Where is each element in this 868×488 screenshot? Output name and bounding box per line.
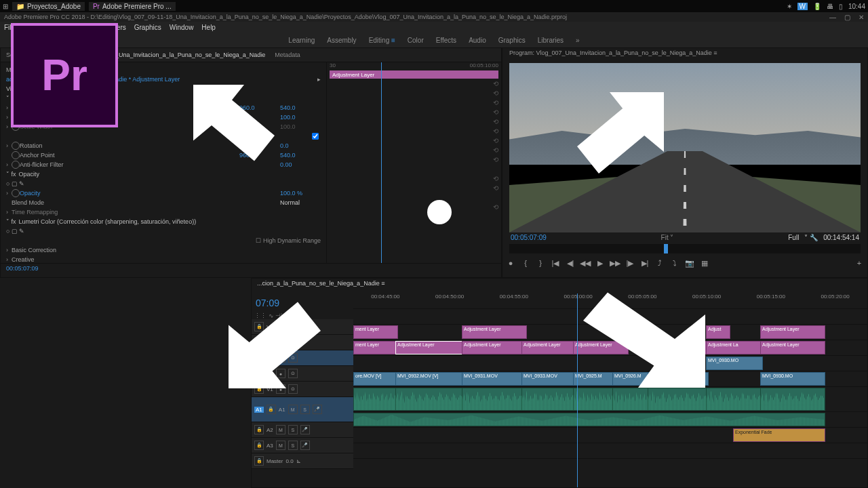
hdr-checkbox-label[interactable]: High Dynamic Range bbox=[263, 237, 321, 244]
clip-video[interactable]: ore.MOV [V] bbox=[353, 372, 398, 386]
workspace-overflow[interactable]: » bbox=[576, 37, 580, 44]
arrow-overlay-se bbox=[556, 278, 732, 400]
menubar: File Edit Clip Sequence Markers Graphics… bbox=[0, 22, 868, 33]
ec-lumetri[interactable]: ˅ fx Lumetri Color (Corrección color (sh… bbox=[6, 218, 321, 225]
arrow-overlay-ne bbox=[556, 81, 685, 190]
start-button[interactable]: ⊞ bbox=[3, 3, 8, 10]
go-to-out-button[interactable]: ▶| bbox=[639, 258, 650, 268]
clip-audio[interactable] bbox=[760, 388, 825, 411]
go-to-in-button[interactable]: |◀ bbox=[550, 258, 561, 268]
arrow-overlay-nw bbox=[176, 75, 292, 176]
timeline-playhead[interactable] bbox=[577, 293, 578, 487]
clip-video[interactable]: MVI_0932.MOV [V] bbox=[395, 372, 465, 386]
clip-audio[interactable] bbox=[462, 388, 524, 411]
forward-button[interactable]: ▶▶ bbox=[610, 258, 620, 268]
minimize-button[interactable]: — bbox=[829, 14, 836, 21]
workspace-audio[interactable]: Audio bbox=[469, 37, 486, 44]
extract-button[interactable]: ⤵ bbox=[669, 258, 680, 268]
workspace-editing[interactable]: Editing ≡ bbox=[369, 37, 395, 44]
rewind-button[interactable]: ◀◀ bbox=[580, 258, 591, 268]
tray-battery-icon[interactable]: 🔋 bbox=[813, 3, 821, 10]
program-fit[interactable]: Fit bbox=[661, 234, 669, 241]
add-marker-button[interactable]: ● bbox=[505, 258, 516, 268]
val-opacity[interactable]: 100.0 % bbox=[280, 190, 321, 197]
export-frame-button[interactable]: 📷 bbox=[684, 258, 695, 268]
clip-adj[interactable]: Adjustment Layer bbox=[462, 341, 524, 354]
tray-icon[interactable]: ✶ bbox=[787, 3, 792, 10]
dot-overlay bbox=[427, 200, 452, 224]
menu-help[interactable]: Help bbox=[201, 24, 216, 31]
workspace-libraries[interactable]: Libraries bbox=[538, 37, 564, 44]
program-full[interactable]: Full bbox=[788, 234, 799, 241]
svg-marker-1 bbox=[577, 92, 664, 174]
play-button[interactable]: ▶ bbox=[595, 258, 606, 268]
ec-timeline[interactable]: 3000:05:10:00 Adjustment Layer ⟲⟲⟲⟲⟲⟲⟲⟲⟲… bbox=[326, 62, 501, 278]
uniform-scale-checkbox[interactable] bbox=[312, 133, 319, 140]
clip-adj-selected[interactable]: Adjustment Layer bbox=[395, 341, 465, 354]
ec-clip-bar[interactable]: Adjustment Layer bbox=[330, 70, 498, 79]
lift-button[interactable]: ⤴ bbox=[654, 258, 665, 268]
step-forward-button[interactable]: |▶ bbox=[625, 258, 635, 268]
clip-adj[interactable]: Adjustment Layer bbox=[462, 325, 527, 339]
program-title: Program: Vlog_007_Una_Invitacion_a_la_Pu… bbox=[502, 48, 867, 63]
taskbar-tab-premiere[interactable]: Pr Adobe Premiere Pro ... bbox=[89, 2, 176, 11]
tray-clock[interactable]: 10:44 bbox=[848, 3, 865, 10]
workspace-graphics[interactable]: Graphics bbox=[498, 37, 526, 44]
workspace-effects[interactable]: Effects bbox=[436, 37, 456, 44]
tray-icon-w[interactable]: W bbox=[797, 3, 808, 10]
taskbar-tab-explorer[interactable]: 📁 Proyectos_Adobe bbox=[12, 2, 85, 11]
app-title: Adobe Premiere Pro CC 2018 - D:\Editing\… bbox=[4, 14, 567, 20]
clip-video[interactable]: MVI_0930.MO bbox=[760, 372, 825, 386]
tab-metadata[interactable]: Metadata bbox=[275, 52, 300, 58]
prop-blend: Blend Mode bbox=[12, 199, 280, 206]
stopwatch-icon[interactable] bbox=[12, 151, 20, 159]
val-blend[interactable]: Normal bbox=[280, 199, 321, 206]
menu-window[interactable]: Window bbox=[170, 24, 194, 31]
clip-audio[interactable] bbox=[395, 388, 465, 411]
workspace-learning[interactable]: Learning bbox=[288, 37, 315, 44]
ec-basic[interactable]: Basic Correction bbox=[12, 247, 321, 253]
program-tc-left[interactable]: 00:05:07:09 bbox=[511, 234, 547, 241]
app-titlebar: Adobe Premiere Pro CC 2018 - D:\Editing\… bbox=[0, 12, 868, 22]
premiere-logo-overlay: Pr bbox=[11, 23, 118, 127]
clip-adj[interactable]: ment Layer bbox=[353, 325, 398, 339]
step-back-button[interactable]: ◀| bbox=[565, 258, 576, 268]
maximize-button[interactable]: ▢ bbox=[844, 14, 850, 21]
ec-creative[interactable]: Creative bbox=[12, 256, 321, 263]
workspace-assembly[interactable]: Assembly bbox=[327, 37, 356, 44]
button-editor-plus[interactable]: + bbox=[854, 258, 865, 268]
clip-fade[interactable]: Exponential Fade bbox=[733, 428, 825, 442]
workspace-tabs: Learning Assembly Editing ≡ Color Effect… bbox=[0, 33, 868, 47]
stopwatch-icon[interactable] bbox=[12, 161, 20, 169]
compare-button[interactable]: ▦ bbox=[699, 258, 710, 268]
arrow-overlay-sw bbox=[210, 285, 339, 400]
workspace-color[interactable]: Color bbox=[408, 37, 424, 44]
prop-opacity: Opacity bbox=[20, 190, 280, 197]
tray-network-icon[interactable]: ▯ bbox=[839, 3, 843, 10]
program-scrubber[interactable] bbox=[509, 244, 861, 253]
clip-audio[interactable] bbox=[353, 388, 398, 411]
svg-marker-2 bbox=[229, 302, 321, 389]
tray-printer-icon[interactable]: 🖶 bbox=[827, 3, 833, 10]
os-taskbar: ⊞ 📁 Proyectos_Adobe Pr Adobe Premiere Pr… bbox=[0, 0, 868, 12]
clip-audio[interactable] bbox=[353, 413, 825, 426]
mark-out-button[interactable]: } bbox=[535, 258, 546, 268]
clip-adj[interactable]: Adjustment Layer bbox=[760, 341, 825, 354]
close-button[interactable]: ✕ bbox=[859, 14, 864, 21]
clip-adj[interactable]: Adjustment Layer bbox=[760, 325, 825, 339]
ec-timecode[interactable]: 00:05:07:09 bbox=[1, 263, 501, 277]
clip-video[interactable]: MVI_0931.MOV bbox=[462, 372, 524, 386]
ec-playhead[interactable] bbox=[381, 62, 382, 278]
stopwatch-icon[interactable] bbox=[12, 189, 20, 197]
svg-marker-0 bbox=[193, 85, 275, 161]
program-transport: ● { } |◀ ◀| ◀◀ ▶ ▶▶ |▶ ▶| ⤴ ⤵ 📷 ▦ + bbox=[502, 255, 867, 271]
menu-graphics[interactable]: Graphics bbox=[134, 24, 161, 31]
stopwatch-icon[interactable] bbox=[12, 142, 20, 150]
mark-in-button[interactable]: { bbox=[520, 258, 531, 268]
clip-adj[interactable]: ment Layer bbox=[353, 341, 398, 354]
svg-marker-3 bbox=[583, 293, 705, 388]
program-tc-right: 00:14:54:14 bbox=[823, 234, 859, 241]
ec-timeremap[interactable]: Time Remapping bbox=[12, 209, 321, 216]
